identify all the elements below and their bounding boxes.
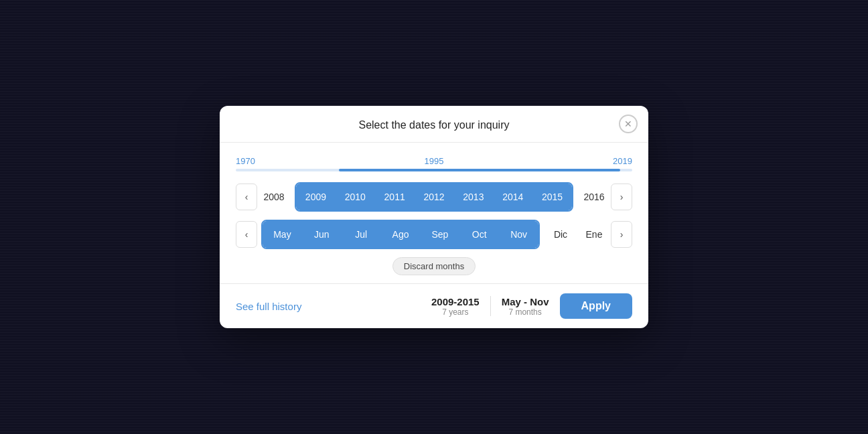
date-picker-modal: Select the dates for your inquiry ✕ 1970…: [220, 106, 648, 328]
year-next-button[interactable]: ›: [611, 184, 632, 210]
year-item-2010[interactable]: 2010: [336, 184, 375, 210]
year-outside-next[interactable]: 2016: [577, 184, 611, 210]
timeline-bar: [236, 169, 632, 171]
month-item-ago[interactable]: Ago: [381, 221, 421, 248]
month-range-block: May - Nov 7 months: [502, 296, 549, 317]
timeline-labels: 1970 1995 2019: [236, 156, 632, 166]
close-button[interactable]: ✕: [619, 115, 638, 133]
modal-header: Select the dates for your inquiry ✕: [220, 106, 648, 143]
year-item-2014[interactable]: 2014: [493, 184, 532, 210]
modal-title: Select the dates for your inquiry: [358, 119, 509, 131]
modal-footer: See full history 2009-2015 7 years May -…: [220, 283, 648, 328]
month-item-nov[interactable]: Nov: [499, 221, 538, 248]
year-track: 2009 2010 2011 2012 2013 2014 2015: [295, 182, 573, 212]
month-item-oct[interactable]: Oct: [459, 221, 499, 248]
month-item-jun[interactable]: Jun: [302, 221, 342, 248]
year-item-2011[interactable]: 2011: [375, 184, 415, 210]
year-range-block: 2009-2015 7 years: [431, 296, 480, 317]
month-prev-button[interactable]: ‹: [236, 221, 257, 248]
year-selector-row: ‹ 2008 2009 2010 2011 2012 2013 2014 201…: [236, 182, 632, 212]
year-item-2013[interactable]: 2013: [453, 184, 493, 210]
year-range-sub: 7 years: [431, 307, 480, 317]
summary-divider: [490, 296, 491, 316]
year-item-2009[interactable]: 2009: [296, 184, 336, 210]
apply-button[interactable]: Apply: [560, 293, 632, 319]
modal-overlay: Select the dates for your inquiry ✕ 1970…: [0, 0, 868, 434]
see-full-history-link[interactable]: See full history: [236, 301, 301, 312]
year-range-main: 2009-2015: [431, 296, 480, 307]
timeline-end-label: 2019: [613, 156, 632, 166]
year-outside-prev[interactable]: 2008: [257, 184, 291, 210]
month-range-sub: 7 months: [502, 307, 549, 317]
timeline: 1970 1995 2019: [236, 156, 632, 171]
date-summary: 2009-2015 7 years May - Nov 7 months App…: [431, 293, 632, 319]
month-item-sep[interactable]: Sep: [420, 221, 459, 248]
month-item-may[interactable]: May: [263, 221, 302, 248]
year-item-2012[interactable]: 2012: [415, 184, 454, 210]
year-prev-button[interactable]: ‹: [236, 184, 257, 210]
year-item-2015[interactable]: 2015: [532, 184, 572, 210]
month-selector-row: ‹ May Jun Jul Ago Sep Oct Nov Dic Ene ›: [236, 220, 632, 249]
month-range-main: May - Nov: [502, 296, 549, 307]
discard-row: Discard months: [236, 257, 632, 275]
discard-months-button[interactable]: Discard months: [392, 257, 476, 275]
month-outside-dic[interactable]: Dic: [544, 221, 577, 248]
modal-body: 1970 1995 2019 ‹ 2008 2009 2010 2011 201…: [220, 143, 648, 275]
month-item-jul[interactable]: Jul: [342, 221, 381, 248]
month-next-button[interactable]: ›: [611, 221, 632, 248]
timeline-start-label: 1970: [236, 156, 255, 166]
timeline-mid-label: 1995: [425, 156, 444, 166]
month-outside-ene[interactable]: Ene: [577, 221, 611, 248]
timeline-fill: [339, 169, 620, 171]
month-track: May Jun Jul Ago Sep Oct Nov: [261, 220, 540, 249]
